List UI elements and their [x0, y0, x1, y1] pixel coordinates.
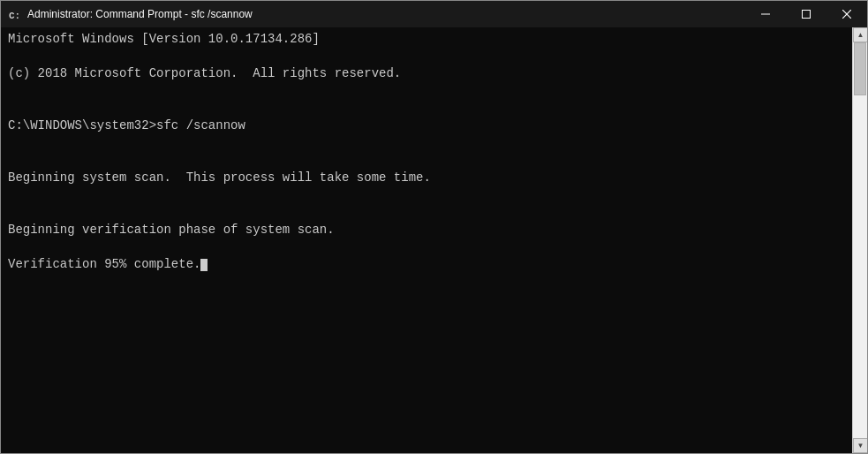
terminal-line: Microsoft Windows [Version 10.0.17134.28… — [8, 31, 845, 49]
scrollbar[interactable]: ▲ ▼ — [852, 27, 867, 453]
minimize-button[interactable] — [745, 1, 786, 27]
cursor — [200, 259, 208, 271]
window: C: Administrator: Command Prompt - sfc /… — [0, 0, 868, 454]
terminal-line: Verification 95% complete. — [8, 256, 845, 274]
maximize-button[interactable] — [786, 1, 826, 27]
terminal-line: (c) 2018 Microsoft Corporation. All righ… — [8, 65, 845, 83]
svg-rect-3 — [803, 11, 811, 19]
terminal-line: Beginning system scan. This process will… — [8, 170, 845, 187]
svg-text:C:: C: — [9, 11, 20, 21]
terminal-line: Beginning verification phase of system s… — [8, 222, 845, 239]
scrollbar-track[interactable] — [853, 42, 867, 438]
terminal-output[interactable]: Microsoft Windows [Version 10.0.17134.28… — [1, 27, 852, 453]
scrollbar-thumb[interactable] — [854, 42, 866, 95]
titlebar: C: Administrator: Command Prompt - sfc /… — [1, 1, 867, 27]
svg-rect-2 — [761, 14, 770, 15]
window-body: Microsoft Windows [Version 10.0.17134.28… — [1, 27, 867, 453]
terminal-line: C:\WINDOWS\system32>sfc /scannow — [8, 117, 845, 135]
scroll-up-button[interactable]: ▲ — [853, 27, 867, 42]
window-title: Administrator: Command Prompt - sfc /sca… — [27, 8, 860, 20]
titlebar-controls — [745, 1, 867, 27]
cmd-icon: C: — [8, 7, 22, 21]
close-button[interactable] — [826, 1, 867, 27]
scroll-down-button[interactable]: ▼ — [853, 438, 867, 453]
